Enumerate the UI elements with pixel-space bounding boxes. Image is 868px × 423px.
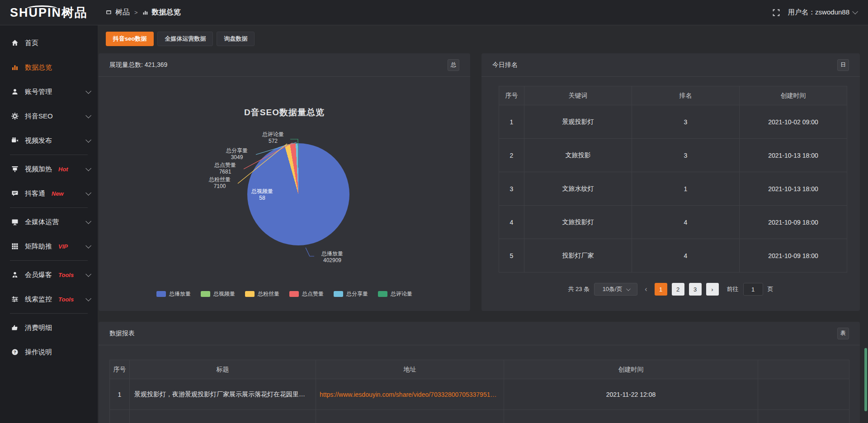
page-button-2[interactable]: 2 — [672, 283, 684, 296]
legend-item-comments[interactable]: 总评论量 — [378, 290, 412, 298]
page-size-select[interactable]: 10条/页 — [594, 283, 637, 296]
sidebar-item-label: 全媒体运营 — [25, 218, 59, 226]
page-button-3[interactable]: 3 — [689, 283, 702, 296]
sidebar-item-spend-detail[interactable]: 消费明细 — [0, 315, 98, 340]
chevron-down-icon — [852, 9, 858, 14]
chevron-down-icon — [85, 218, 91, 224]
app-logo: SHUPIN树品 — [0, 5, 98, 21]
goto-suffix: 页 — [768, 285, 774, 293]
app-window-icon — [106, 9, 112, 15]
sidebar-divider — [10, 313, 88, 314]
legend-item-plays[interactable]: 总播放量 — [156, 290, 191, 298]
pie-label-videos: 总视频量58 — [244, 188, 280, 202]
question-icon: ? — [11, 348, 19, 356]
sidebar-item-label: 视频发布 — [25, 136, 52, 145]
chart-title: D音SEO数据量总览 — [99, 107, 470, 118]
username[interactable]: 用户名：zswodun88 — [788, 8, 856, 17]
mode-table-button[interactable]: 表 — [837, 328, 849, 339]
table-row[interactable]: 1景观投影灯 32021-10-02 09:00 — [499, 105, 847, 139]
tab-omni-media-data[interactable]: 全媒体运营数据 — [157, 32, 213, 46]
mode-total-button[interactable]: 总 — [448, 59, 459, 71]
sidebar-item-accounts[interactable]: 账号管理 — [0, 80, 98, 104]
chevron-down-icon — [85, 113, 91, 118]
legend-label: 总点赞量 — [302, 290, 324, 298]
tools-tag: Tools — [58, 296, 74, 303]
fullscreen-icon[interactable] — [773, 9, 780, 16]
legend-swatch — [289, 291, 299, 297]
legend-swatch — [156, 291, 166, 297]
top-bar: SHUPIN树品 树品 > 数据总览 用户名：zswodun88 — [0, 0, 868, 25]
thumb-up-icon — [11, 324, 19, 331]
sidebar-item-doukuotong[interactable]: 抖客通 New — [0, 181, 98, 206]
username-text: 用户名：zswodun88 — [788, 8, 849, 17]
sidebar-item-home[interactable]: 首页 — [0, 31, 98, 55]
sidebar-item-omni-media[interactable]: 全媒体运营 — [0, 210, 98, 234]
sidebar-item-label: 矩阵助推 — [25, 242, 52, 251]
sidebar-item-label: 视频加热 — [25, 165, 52, 174]
table-row[interactable]: 5投影灯厂家 42021-10-09 18:00 — [499, 239, 847, 273]
chevron-down-icon — [85, 88, 91, 94]
svg-text:?: ? — [14, 349, 16, 354]
table-row[interactable]: 1 景观投影灯，夜游景观投影灯厂家展示展示落花灯在花园里的灯光投影应用效果 # … — [110, 379, 849, 410]
page-button-1[interactable]: 1 — [655, 283, 667, 296]
breadcrumb-current: 数据总览 — [152, 8, 181, 17]
sliders-icon — [11, 296, 19, 303]
sidebar-item-label: 会员爆客 — [25, 271, 52, 279]
breadcrumb-separator: > — [133, 9, 139, 16]
report-url-link[interactable]: https://www.iesdouyin.com/share/video/70… — [316, 379, 504, 410]
table-header-row: 序号 关键词 排名 创建时间 — [499, 86, 847, 105]
tab-inquiry-data[interactable]: 询盘数据 — [217, 32, 255, 46]
legend-item-shares[interactable]: 总分享量 — [334, 290, 368, 298]
report-table: 序号 标题 地址 创建时间 1 景观投影灯，夜游景观投影灯厂家展示展示落花灯在花… — [109, 360, 849, 423]
table-row[interactable]: 3文旅水纹灯 12021-10-13 18:00 — [499, 172, 847, 206]
sidebar-item-video-heat[interactable]: 视频加热 Hot — [0, 157, 98, 181]
table-row[interactable]: 4文旅投影灯 42021-10-09 18:00 — [499, 206, 847, 239]
home-icon — [11, 39, 19, 47]
table-header-row: 序号 标题 地址 创建时间 — [110, 360, 849, 379]
col-keyword: 关键词 — [524, 86, 632, 105]
sidebar-item-member-burst[interactable]: 会员爆客 Tools — [0, 263, 98, 287]
prev-page-button[interactable]: ‹ — [642, 285, 650, 293]
table-row[interactable]: 2文旅投影 32021-10-13 18:00 — [499, 139, 847, 172]
legend-item-likes[interactable]: 总点赞量 — [289, 290, 324, 298]
legend-swatch — [245, 291, 255, 297]
next-page-button[interactable]: › — [706, 283, 719, 296]
rank-panel: 今日排名 日 序号 关键词 排名 创建时间 1景观投影灯 32021-10-02… — [481, 53, 860, 311]
legend-swatch — [334, 291, 343, 297]
sidebar-divider — [10, 155, 88, 155]
sidebar-item-video-publish[interactable]: 视频发布 — [0, 128, 98, 153]
new-tag: New — [52, 190, 64, 197]
legend-item-videos[interactable]: 总视频量 — [201, 290, 235, 298]
mode-day-button[interactable]: 日 — [837, 59, 849, 71]
main-content: 抖音seo数据 全媒体运营数据 询盘数据 展现量总数: 421,369 总 D音… — [98, 25, 868, 423]
breadcrumb-root[interactable]: 树品 — [115, 8, 130, 17]
goto-page-input[interactable] — [743, 283, 763, 296]
col-no: 序号 — [499, 86, 524, 105]
sidebar-item-matrix-boost[interactable]: 矩阵助推 VIP — [0, 234, 98, 258]
sidebar-divider — [10, 260, 88, 261]
sidebar-item-data-overview[interactable]: 数据总览 — [0, 55, 98, 80]
sidebar-item-label: 抖音SEO — [25, 112, 53, 121]
hot-tag: Hot — [58, 166, 68, 173]
chevron-down-icon — [85, 190, 91, 196]
rank-table: 序号 关键词 排名 创建时间 1景观投影灯 32021-10-02 09:00 … — [499, 86, 847, 273]
vip-tag: VIP — [58, 243, 68, 250]
pie-label-fans: 总粉丝量7100 — [202, 176, 238, 190]
sidebar-item-label: 消费明细 — [25, 324, 52, 332]
col-rank: 排名 — [632, 86, 740, 105]
sidebar-item-douyin-seo[interactable]: 抖音SEO — [0, 104, 98, 128]
sidebar-item-lead-monitor[interactable]: 线索监控 Tools — [0, 287, 98, 311]
legend-swatch — [378, 291, 387, 297]
chevron-down-icon — [626, 287, 631, 291]
col-no: 序号 — [110, 360, 130, 379]
overview-total: 展现量总数: 421,369 — [109, 61, 167, 69]
pie-chart-area: D音SEO数据量总览 总评论量572 总分享量3049 总点赞量7681 总粉丝… — [99, 77, 470, 311]
chevron-down-icon — [85, 165, 91, 171]
member-icon — [11, 271, 19, 278]
legend-item-fans[interactable]: 总粉丝量 — [245, 290, 279, 298]
tab-douyin-seo-data[interactable]: 抖音seo数据 — [106, 32, 154, 46]
legend-label: 总播放量 — [169, 290, 191, 298]
col-url: 地址 — [316, 360, 504, 379]
vertical-scrollbar-thumb[interactable] — [864, 348, 867, 411]
sidebar-item-help[interactable]: ? 操作说明 — [0, 340, 98, 364]
